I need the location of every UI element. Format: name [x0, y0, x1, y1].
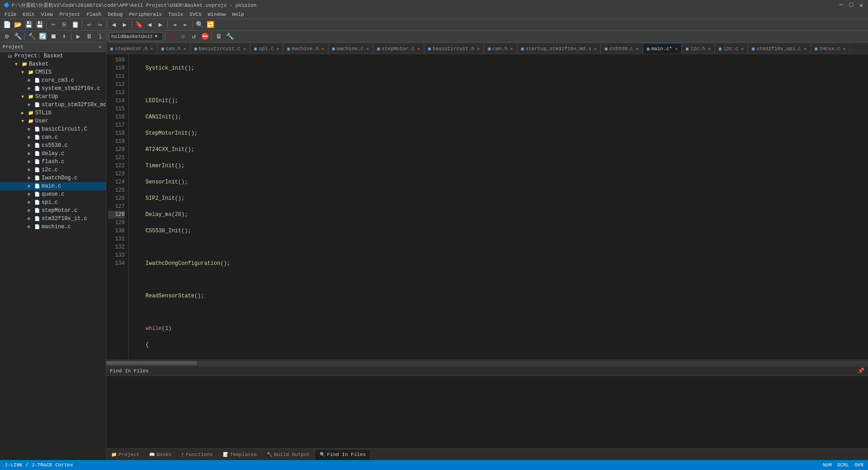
code-lines[interactable]: Systick_init(); LEDInit(); CAN1Init(); S… [129, 54, 868, 360]
tree-stm32-it[interactable]: ⊕ 📄 stm32f10x_it.c [0, 215, 106, 223]
tree-delay[interactable]: ⊕ 📄 delay.c [0, 150, 106, 158]
tab-close-stepmotor-h[interactable]: ✕ [151, 46, 153, 52]
tab-basiccircuit-h[interactable]: ▣ basicCircuit.h ✕ [424, 43, 484, 54]
panel-close-btn[interactable]: ✕ [97, 44, 103, 50]
tab-close-machine-h[interactable]: ✕ [321, 46, 324, 52]
horizontal-scrollbar[interactable] [106, 360, 868, 365]
nav-fwd[interactable]: ▶ [120, 20, 130, 30]
panel-pin-btn[interactable]: 📌 [858, 367, 864, 374]
tab-stepmotor-h[interactable]: ▣ stepmotor.h ✕ [106, 43, 157, 54]
rebuild-btn[interactable]: 🔄 [38, 32, 47, 42]
tab-close-i2c-h[interactable]: ✕ [708, 46, 711, 52]
tab-close-can-h2[interactable]: ✕ [510, 46, 513, 52]
menu-peripherals[interactable]: Peripherals [126, 11, 165, 18]
tree-startup-file[interactable]: ⊕ 📄 startup_stm32f10x_md.s [0, 101, 106, 109]
nav-back[interactable]: ◀ [109, 20, 119, 30]
tab-close-spi[interactable]: ✕ [276, 46, 279, 52]
tree-iwatchdog[interactable]: ⊕ 📄 IwatchDog.c [0, 174, 106, 182]
tab-spi-c[interactable]: ▣ spi.c ✕ [250, 43, 283, 54]
tab-24cxx[interactable]: ▣ 24cxx.c ✕ [811, 43, 849, 54]
redo-btn[interactable]: ↪ [95, 20, 105, 30]
menu-window[interactable]: Window [205, 11, 229, 18]
tab-close-cs5530[interactable]: ✕ [636, 46, 639, 52]
open-btn[interactable]: 📂 [13, 20, 23, 30]
tab-close-startup[interactable]: ✕ [594, 46, 597, 52]
bottom-tab-functions[interactable]: ƒ Functions [176, 449, 217, 460]
code-editor[interactable]: 109 110 111 112 113 114 115 116 117 118 … [106, 54, 868, 360]
target-selector[interactable]: holdBasketUnit ▼ [109, 32, 163, 41]
tab-i2c-c[interactable]: ▣ i2c.c ✕ [715, 43, 748, 54]
project-manage-btn[interactable]: ⚙ [2, 32, 12, 42]
copy-btn[interactable]: ⎘ [59, 20, 69, 30]
menu-view[interactable]: View [38, 11, 56, 18]
save-all-btn[interactable]: 💾 [34, 20, 44, 30]
minimize-button[interactable]: ─ [838, 2, 844, 8]
build-btn[interactable]: 🔨 [27, 32, 37, 42]
debug-full-btn[interactable]: ⛔ [200, 32, 210, 42]
menu-svcs[interactable]: SVCS [187, 11, 204, 18]
tab-can-h2[interactable]: ▣ can.h ✕ [484, 43, 517, 54]
debug-stop2-btn[interactable]: ○ [178, 32, 188, 42]
menu-flash[interactable]: Flash [84, 11, 104, 18]
tree-system[interactable]: ⊕ 📄 system_stm32f10x.c [0, 85, 106, 93]
debug-start-btn[interactable]: ● [167, 32, 177, 42]
menu-help[interactable]: Help [229, 11, 246, 18]
tree-machine[interactable]: ⊕ 📄 machine.c [0, 223, 106, 231]
tree-root[interactable]: 🗂 Project: Basket [0, 52, 106, 60]
tab-close-basiccircuit-h[interactable]: ✕ [477, 46, 480, 52]
tab-close-stepmotor-c[interactable]: ✕ [417, 46, 420, 52]
tab-main-c[interactable]: ▣ main.c* ✕ [643, 43, 682, 54]
tab-close-i2c-c[interactable]: ✕ [741, 46, 744, 52]
bottom-tab-build-output[interactable]: 🔨 Build Output [262, 449, 315, 460]
cut-btn[interactable]: ✂ [48, 20, 58, 30]
bottom-tab-books[interactable]: 📖 Books [144, 449, 176, 460]
tree-basicCircuit[interactable]: ⊕ 📄 basicCircuit.C [0, 125, 106, 133]
unindent-btn[interactable]: ⇤ [180, 20, 190, 30]
menu-edit[interactable]: Edit [20, 11, 37, 18]
tree-i2c[interactable]: ⊕ 📄 i2c.c [0, 166, 106, 174]
debug-reset-btn[interactable]: ↺ [189, 32, 199, 42]
tree-stepmotor[interactable]: ⊕ 📄 stepMotor.c [0, 207, 106, 215]
replace-btn[interactable]: 🔁 [205, 20, 215, 30]
tree-spi[interactable]: ⊕ 📄 spi.c [0, 198, 106, 207]
stop-btn[interactable]: ⏹ [48, 32, 58, 42]
debug-step-in[interactable]: ⤵ [95, 32, 105, 42]
bottom-tab-project[interactable]: 📁 Project [106, 449, 144, 460]
tab-close-main[interactable]: ✕ [675, 46, 678, 52]
project-tree[interactable]: 🗂 Project: Basket ▼ 📁 Basket ▼ 📁 CMSIS ⊕… [0, 52, 106, 460]
tree-flash[interactable]: ⊕ 📄 flash.c [0, 158, 106, 166]
tab-close-basiccircuit[interactable]: ✕ [243, 46, 246, 52]
new-btn[interactable]: 📄 [2, 20, 12, 30]
menu-tools[interactable]: Tools [165, 11, 186, 18]
prev-bookmark[interactable]: ◀ [145, 20, 155, 30]
download-btn[interactable]: ⬇ [59, 32, 69, 42]
debug-stop[interactable]: ⏸ [84, 32, 94, 42]
tree-cmsis[interactable]: ▼ 📁 CMSIS [0, 68, 106, 76]
tree-can[interactable]: ⊕ 📄 can.c [0, 133, 106, 141]
tab-close-24cxx[interactable]: ✕ [843, 46, 846, 52]
h-scroll-thumb[interactable] [106, 361, 197, 365]
tab-close-machine-c[interactable]: ✕ [366, 46, 369, 52]
tab-machine-c[interactable]: ▣ machine.c ✕ [328, 43, 373, 54]
tab-i2c-h[interactable]: ▣ i2c.h ✕ [682, 43, 715, 54]
tree-queue[interactable]: ⊕ 📄 queue.c [0, 190, 106, 198]
options-btn[interactable]: 🔧 [13, 32, 23, 42]
tab-basiccircuit-c[interactable]: ▣ basicCircuit.C ✕ [190, 43, 250, 54]
bottom-tab-find-in-files[interactable]: 🔍 Find In Files [315, 449, 371, 460]
indent-btn[interactable]: ⇥ [170, 20, 179, 30]
settings-btn[interactable]: 🔧 [225, 32, 235, 42]
paste-btn[interactable]: 📋 [70, 20, 80, 30]
menu-file[interactable]: File [2, 11, 19, 18]
bottom-tab-templates[interactable]: 📝 Templates [218, 449, 262, 460]
menu-debug[interactable]: Debug [105, 11, 125, 18]
tab-stm32-spi[interactable]: ▣ stm32f10x_spi.c ✕ [748, 43, 811, 54]
next-bookmark[interactable]: ▶ [156, 20, 165, 30]
tree-basket[interactable]: ▼ 📁 Basket [0, 60, 106, 68]
tab-close-can-h[interactable]: ✕ [184, 46, 186, 52]
tab-can-h[interactable]: ▣ can.h ✕ [157, 43, 190, 54]
tree-cs5530[interactable]: ⊕ 📄 cs5530.c [0, 141, 106, 150]
tab-close-stm32-spi[interactable]: ✕ [804, 46, 807, 52]
find-btn[interactable]: 🔍 [194, 20, 204, 30]
undo-btn[interactable]: ↩ [84, 20, 94, 30]
tree-user[interactable]: ▼ 📁 User [0, 117, 106, 125]
